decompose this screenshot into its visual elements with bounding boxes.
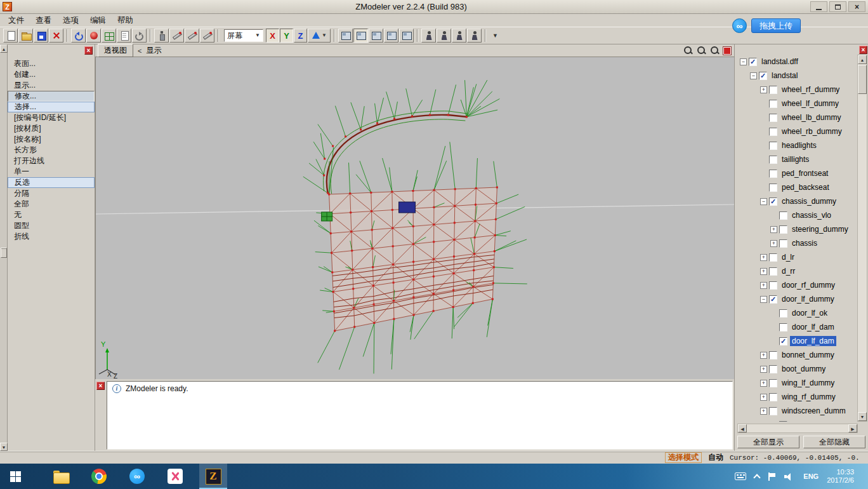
tree-item-label[interactable]: chassis <box>790 238 819 248</box>
left-panel-item-16[interactable]: 折线 <box>8 231 95 242</box>
tree-item-label[interactable]: ped_backseat <box>780 182 831 192</box>
tree-checkbox[interactable] <box>779 225 787 234</box>
tray-expand-icon[interactable] <box>754 474 761 481</box>
left-panel-item-3[interactable]: 修改... <box>8 91 95 102</box>
viewport-canvas[interactable]: YXZ <box>96 57 734 379</box>
scroll-down-icon[interactable]: ▼ <box>858 412 867 421</box>
left-panel-item-1[interactable]: 创建... <box>8 69 95 80</box>
left-panel-item-10[interactable]: 单一 <box>8 166 95 177</box>
tree-item-label[interactable]: landstal <box>770 70 799 81</box>
menu-options[interactable]: 选项 <box>57 15 84 27</box>
maximize-button[interactable] <box>829 1 846 12</box>
left-panel-item-8[interactable]: 长方形 <box>8 145 95 156</box>
zoom-extents-icon[interactable] <box>710 46 720 55</box>
tree-checkbox[interactable] <box>769 114 777 122</box>
cutter-button[interactable] <box>185 29 199 43</box>
tree-checkbox[interactable] <box>769 100 777 108</box>
tree-expand-toggle[interactable]: + <box>760 380 767 387</box>
scroll-right-icon[interactable]: ▶ <box>848 424 857 432</box>
language-indicator[interactable]: ENG <box>803 472 819 480</box>
menu-file[interactable]: 文件 <box>3 15 30 27</box>
tree-checkbox[interactable] <box>779 211 787 220</box>
tree-checkbox[interactable] <box>769 267 777 276</box>
tree-item-label[interactable]: steering_dummy <box>790 224 850 234</box>
axis-z-toggle-button[interactable]: Z <box>294 29 307 43</box>
hide-all-button[interactable]: 全部隐藏 <box>803 436 865 448</box>
gizmo-cone-button[interactable]: ▼ <box>308 29 331 43</box>
tree-checkbox[interactable] <box>779 421 787 422</box>
tree-item-label[interactable]: wheel_rf_dummy <box>780 84 841 95</box>
left-panel-item-7[interactable]: [按名称] <box>8 134 95 145</box>
redo-button[interactable] <box>132 29 147 43</box>
new-file-button[interactable] <box>3 29 18 43</box>
tree-item-label[interactable]: landstal.dff <box>760 57 800 67</box>
action-center-icon[interactable] <box>768 472 776 481</box>
zoom-region-icon[interactable] <box>697 46 706 55</box>
maximize-view-button[interactable] <box>723 47 731 55</box>
tree-checkbox[interactable] <box>779 323 787 332</box>
taskbar-clock[interactable]: 10:33 2017/2/6 <box>827 468 854 485</box>
taskbar-baidu-netdisk-button[interactable]: ∞ <box>123 464 151 489</box>
tree-item-label[interactable]: door_lf_dam <box>790 322 836 332</box>
tree-expand-toggle[interactable]: + <box>760 254 767 261</box>
knife-button[interactable] <box>169 29 184 43</box>
notes-button[interactable] <box>117 29 131 43</box>
material-editor-button[interactable] <box>86 29 101 43</box>
taskbar-explorer-button[interactable] <box>47 464 75 489</box>
taskbar-chrome-button[interactable] <box>85 464 113 489</box>
tree-expand-toggle[interactable]: − <box>760 296 767 303</box>
hierarchy-horizontal-scrollbar[interactable]: ◀ ▶ <box>737 424 858 433</box>
tree-item-label[interactable]: taillights <box>780 154 811 164</box>
airbrush-button[interactable] <box>154 29 169 43</box>
left-panel-item-13[interactable]: 全部 <box>8 199 95 210</box>
viewport-display-label[interactable]: 显示 <box>146 45 161 56</box>
viewport-3d[interactable]: YXZ <box>95 57 734 379</box>
tree-checkbox[interactable] <box>779 239 787 248</box>
select-vertices-button[interactable] <box>437 29 451 43</box>
scroll-up-icon[interactable]: ▲ <box>858 55 867 64</box>
view-shaded-button[interactable] <box>353 29 368 43</box>
log-close-button[interactable]: × <box>96 382 105 390</box>
tree-item-label[interactable]: d_rr <box>780 266 797 276</box>
drag-upload-button[interactable]: 拖拽上传 <box>751 18 801 33</box>
tree-checkbox[interactable] <box>769 142 777 150</box>
tree-checkbox[interactable] <box>769 393 777 401</box>
tree-item-label[interactable]: wheel_lf_dummy <box>780 98 841 109</box>
taskbar-scissors-app-button[interactable] <box>161 464 189 489</box>
scroll-down-icon[interactable]: ▼ <box>0 443 8 451</box>
close-button[interactable]: × <box>848 1 865 12</box>
slicer-button[interactable] <box>200 29 214 43</box>
tree-checkbox[interactable] <box>769 281 777 290</box>
viewport-tab-perspective[interactable]: 透视图 <box>98 44 133 57</box>
scroll-thumb[interactable] <box>858 65 867 94</box>
tree-expand-toggle[interactable]: − <box>760 198 767 205</box>
tree-checkbox[interactable] <box>769 253 777 262</box>
tree-item-label[interactable]: boot_dummy <box>780 364 827 374</box>
tree-item-label[interactable]: chassis_dummy <box>780 196 838 206</box>
tree-checkbox[interactable] <box>769 407 777 415</box>
screen-mode-dropdown[interactable]: 屏幕▼ <box>224 29 263 42</box>
tree-item-label[interactable]: wing_rf_dummy <box>780 392 838 402</box>
tree-checkbox[interactable] <box>769 379 777 387</box>
tree-checkbox[interactable]: ✓ <box>769 198 777 206</box>
view-textured-button[interactable] <box>369 29 383 43</box>
start-button[interactable] <box>0 464 30 489</box>
left-panel-item-2[interactable]: 显示... <box>8 80 95 91</box>
show-all-button[interactable]: 全部显示 <box>737 436 799 448</box>
left-panel-item-14[interactable]: 无 <box>8 210 95 220</box>
tree-checkbox[interactable] <box>769 184 777 192</box>
undo-button[interactable] <box>71 29 86 43</box>
delete-selection-button[interactable] <box>49 29 63 43</box>
minimize-button[interactable] <box>810 1 827 12</box>
scroll-grip[interactable] <box>1 248 7 258</box>
tree-checkbox[interactable]: ✓ <box>749 58 757 66</box>
open-folder-button[interactable] <box>18 29 33 43</box>
tree-checkbox[interactable] <box>779 309 787 318</box>
left-panel-scrollbar[interactable]: ▲ ▼ <box>0 44 8 451</box>
tree-item-label[interactable]: door_lf_ok <box>790 308 829 318</box>
tree-expand-toggle[interactable]: + <box>760 268 767 275</box>
tree-expand-toggle[interactable]: + <box>760 408 767 415</box>
tree-checkbox[interactable]: ✓ <box>769 295 777 304</box>
left-panel-item-12[interactable]: 分隔 <box>8 188 95 199</box>
flags-button[interactable] <box>467 29 482 43</box>
